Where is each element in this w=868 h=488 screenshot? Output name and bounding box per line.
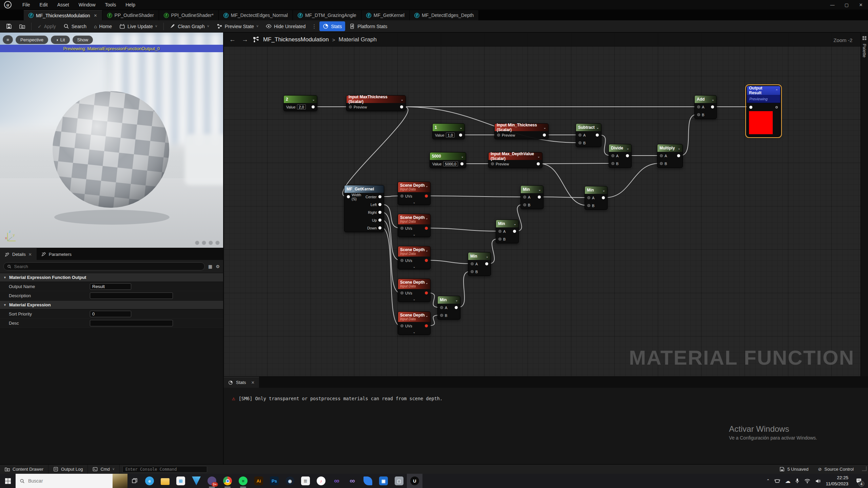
cylinder-shape-button[interactable] <box>195 241 199 245</box>
output-pin[interactable] <box>378 195 381 198</box>
search-button[interactable]: Search <box>60 21 90 31</box>
value-box[interactable]: 5000,0 <box>443 161 458 166</box>
lit-dropdown[interactable]: ◑Lit <box>51 36 70 44</box>
node-min-3[interactable]: Min⌄AB <box>496 220 519 243</box>
input-pin[interactable] <box>498 238 501 241</box>
output-pin[interactable] <box>425 259 428 262</box>
output-pin[interactable] <box>459 134 462 137</box>
chevron-down-icon[interactable]: ⌄ <box>461 155 464 158</box>
node-const-2[interactable]: 2⌄Value2,0 <box>283 95 317 111</box>
console-command-box[interactable] <box>122 466 207 473</box>
notification-center-button[interactable]: 4 <box>853 474 865 488</box>
input-pin[interactable] <box>611 154 614 157</box>
asset-tab[interactable]: fPP_OutlineShader <box>102 10 159 20</box>
node-const-1[interactable]: 1⌄Value1,0 <box>432 123 465 139</box>
browse-to-asset-button[interactable] <box>16 21 28 31</box>
apply-button[interactable]: ✓Apply <box>34 22 59 31</box>
details-search-box[interactable] <box>3 262 205 270</box>
taskbar-app-white-utility-app[interactable]: ≣ <box>298 474 313 488</box>
asset-tab[interactable]: fMF_GetKernel <box>361 10 410 20</box>
chevron-down-icon[interactable]: ⌄ <box>544 126 546 129</box>
sort-priority-input[interactable] <box>90 311 131 317</box>
node-min-2[interactable]: Min⌄AB <box>585 186 608 210</box>
input-pin[interactable] <box>578 141 581 144</box>
menu-item-help[interactable]: Help <box>121 1 139 9</box>
section-material-expression[interactable]: ▼ Material Expression <box>0 300 223 309</box>
output-pin[interactable] <box>378 219 381 222</box>
maximize-button[interactable]: ▢ <box>840 0 854 9</box>
output-pin[interactable] <box>513 230 516 233</box>
menu-item-tools[interactable]: Tools <box>101 1 120 9</box>
input-pin[interactable] <box>471 270 474 273</box>
input-pin[interactable] <box>440 306 443 309</box>
asset-tab[interactable]: fMF_DetectEdges_Depth <box>410 10 479 20</box>
output-pin[interactable] <box>543 134 546 137</box>
output-pin[interactable] <box>485 262 488 265</box>
menu-item-asset[interactable]: Asset <box>53 1 73 9</box>
palette-sidebar-tab[interactable]: Palette <box>861 33 868 376</box>
input-pin[interactable] <box>523 196 526 199</box>
chevron-down-icon[interactable]: ⌄ <box>514 222 516 226</box>
output-pin[interactable] <box>602 196 605 199</box>
chevron-down-icon[interactable]: ⌄ <box>678 146 680 150</box>
expand-chevron-icon[interactable]: ⌄ <box>398 330 430 334</box>
node-scene-depth-4[interactable]: Scene DepthInput Data⌄UVs⌄ <box>398 279 431 302</box>
taskbar-app-phone-link[interactable]: ▢ <box>391 474 407 488</box>
output-pin[interactable] <box>425 195 428 198</box>
taskbar-search-input[interactable] <box>28 478 106 484</box>
taskbar-app-unreal-engine[interactable]: U <box>407 474 422 488</box>
chevron-down-icon[interactable]: ⌄ <box>538 188 541 191</box>
breadcrumb-page[interactable]: Material Graph <box>338 36 376 43</box>
sphere-shape-button[interactable] <box>202 241 206 245</box>
microphone-icon[interactable] <box>795 478 800 484</box>
taskbar-search-box[interactable] <box>16 474 127 488</box>
close-details-tab-icon[interactable]: ✕ <box>28 252 32 257</box>
chevron-down-icon[interactable]: ⌄ <box>426 248 428 252</box>
close-stats-tab-icon[interactable]: ✕ <box>251 380 255 385</box>
platform-stats-button[interactable]: Platform Stats <box>346 21 391 31</box>
chevron-down-icon[interactable]: ⌄ <box>486 255 489 258</box>
asset-tab[interactable]: fMF_ThicknessModulation✕ <box>24 10 102 20</box>
section-material-expression-function-output[interactable]: ▼ Material Expression Function Output <box>0 273 223 282</box>
input-pin[interactable] <box>749 106 752 109</box>
desc-input[interactable] <box>90 320 173 326</box>
node-mf-getkernel[interactable]: MF_GetKernelWidth (S)CenterLeftRightUpDo… <box>344 185 384 232</box>
minimize-button[interactable]: — <box>825 0 840 9</box>
expand-chevron-icon[interactable]: ⌄ <box>398 264 430 269</box>
stats-button[interactable]: Stats <box>319 21 345 31</box>
chevron-down-icon[interactable]: ⌄ <box>460 126 462 129</box>
input-pin[interactable] <box>697 105 700 108</box>
node-scene-depth-1[interactable]: Scene DepthInput Data⌄UVs⌄ <box>398 182 431 205</box>
taskbar-app-microsoft-store[interactable]: ⊞ <box>173 474 189 488</box>
input-pin[interactable] <box>400 291 403 294</box>
cmd-dropdown[interactable]: Cmd˅ <box>88 465 119 474</box>
live-update-button[interactable]: Live Update˅ <box>116 21 161 31</box>
node-output-result[interactable]: Output Result⌃Previewing <box>747 86 781 137</box>
save-button[interactable] <box>3 21 15 31</box>
output-pin[interactable] <box>400 105 403 108</box>
output-pin[interactable] <box>460 162 463 165</box>
description-input[interactable] <box>90 292 173 299</box>
input-pin[interactable] <box>523 203 526 206</box>
back-arrow-icon[interactable]: ← <box>228 36 237 43</box>
taskbar-app-apple-music[interactable]: ♪ <box>313 474 329 488</box>
source-control-button[interactable]: ⊘ Source Control <box>813 465 859 474</box>
wifi-icon[interactable] <box>804 479 810 484</box>
chevron-down-icon[interactable]: ⌄ <box>596 126 599 129</box>
menu-item-window[interactable]: Window <box>75 1 100 9</box>
hide-unrelated-button[interactable]: Hide Unrelated <box>262 21 309 31</box>
chevron-down-icon[interactable]: ⌄ <box>401 98 403 101</box>
start-button[interactable] <box>0 474 16 488</box>
output-log-button[interactable]: Output Log <box>48 465 88 474</box>
input-pin[interactable] <box>611 162 614 165</box>
node-input-maxthickness[interactable]: Input MaxThickness (Scalar)⌄Preview <box>346 95 406 111</box>
preview-viewport[interactable]: ≡ Perspective ◑Lit Show Previewing: Mate… <box>0 33 224 248</box>
tab-parameters[interactable]: Parameters <box>37 248 76 260</box>
output-pin[interactable] <box>537 162 540 165</box>
node-input-min-thickness[interactable]: Input Min_Thickness (Scalar)⌄Preview <box>494 123 549 139</box>
toolbar-overflow-button[interactable]: ⋮ <box>310 23 319 29</box>
input-pin[interactable] <box>697 113 700 116</box>
chevron-down-icon[interactable]: ⌄ <box>627 146 629 150</box>
output-pin[interactable] <box>596 134 599 137</box>
output-name-input[interactable] <box>90 283 131 290</box>
